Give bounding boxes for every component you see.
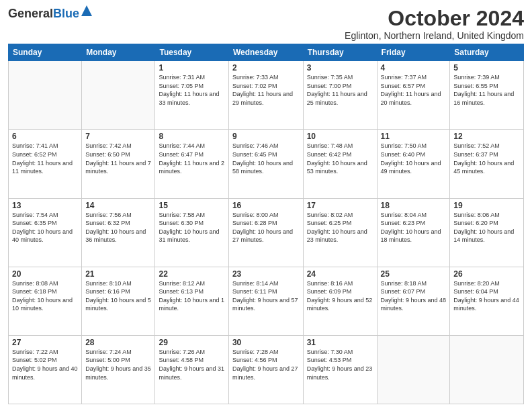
calendar-cell: 20Sunrise: 8:08 AM Sunset: 6:18 PM Dayli… xyxy=(9,267,82,335)
day-info: Sunrise: 7:35 AM Sunset: 7:00 PM Dayligh… xyxy=(307,73,373,107)
calendar-cell xyxy=(377,335,450,404)
calendar-cell: 8Sunrise: 7:44 AM Sunset: 6:47 PM Daylig… xyxy=(155,130,228,198)
calendar-cell: 25Sunrise: 8:18 AM Sunset: 6:07 PM Dayli… xyxy=(377,267,450,335)
calendar-cell: 29Sunrise: 7:26 AM Sunset: 4:58 PM Dayli… xyxy=(155,335,228,404)
calendar-cell: 12Sunrise: 7:52 AM Sunset: 6:37 PM Dayli… xyxy=(450,130,524,198)
calendar-week-row: 1Sunrise: 7:31 AM Sunset: 7:05 PM Daylig… xyxy=(9,61,524,130)
day-number: 26 xyxy=(453,269,520,279)
calendar-cell: 24Sunrise: 8:16 AM Sunset: 6:09 PM Dayli… xyxy=(303,267,377,335)
day-info: Sunrise: 7:30 AM Sunset: 4:53 PM Dayligh… xyxy=(307,348,373,381)
calendar-cell: 28Sunrise: 7:24 AM Sunset: 5:00 PM Dayli… xyxy=(82,335,155,404)
day-info: Sunrise: 8:04 AM Sunset: 6:23 PM Dayligh… xyxy=(381,211,447,244)
day-info: Sunrise: 8:16 AM Sunset: 6:09 PM Dayligh… xyxy=(307,279,373,313)
day-number: 16 xyxy=(232,201,300,210)
calendar-cell: 16Sunrise: 8:00 AM Sunset: 6:28 PM Dayli… xyxy=(228,198,303,267)
day-info: Sunrise: 8:18 AM Sunset: 6:07 PM Dayligh… xyxy=(381,279,447,313)
day-info: Sunrise: 7:37 AM Sunset: 6:57 PM Dayligh… xyxy=(381,73,447,107)
calendar-cell: 21Sunrise: 8:10 AM Sunset: 6:16 PM Dayli… xyxy=(82,267,155,335)
calendar-cell: 17Sunrise: 8:02 AM Sunset: 6:25 PM Dayli… xyxy=(303,198,377,267)
weekday-header-saturday: Saturday xyxy=(450,44,524,61)
day-info: Sunrise: 8:08 AM Sunset: 6:18 PM Dayligh… xyxy=(12,279,78,313)
day-info: Sunrise: 7:50 AM Sunset: 6:40 PM Dayligh… xyxy=(381,142,447,175)
day-number: 3 xyxy=(307,63,373,73)
day-number: 19 xyxy=(453,201,520,210)
day-info: Sunrise: 7:31 AM Sunset: 7:05 PM Dayligh… xyxy=(159,73,224,107)
calendar-cell: 27Sunrise: 7:22 AM Sunset: 5:02 PM Dayli… xyxy=(9,335,82,404)
day-number: 13 xyxy=(12,201,78,210)
logo-general-text: General xyxy=(8,7,53,21)
day-number: 17 xyxy=(307,201,373,210)
calendar-cell: 1Sunrise: 7:31 AM Sunset: 7:05 PM Daylig… xyxy=(155,61,228,130)
calendar-week-row: 20Sunrise: 8:08 AM Sunset: 6:18 PM Dayli… xyxy=(9,267,524,335)
calendar-cell: 18Sunrise: 8:04 AM Sunset: 6:23 PM Dayli… xyxy=(377,198,450,267)
day-number: 25 xyxy=(381,269,447,279)
calendar-cell: 15Sunrise: 7:58 AM Sunset: 6:30 PM Dayli… xyxy=(155,198,228,267)
day-number: 6 xyxy=(12,132,78,141)
day-info: Sunrise: 7:56 AM Sunset: 6:32 PM Dayligh… xyxy=(85,211,151,244)
day-number: 2 xyxy=(232,63,300,73)
weekday-header-monday: Monday xyxy=(82,44,155,61)
day-info: Sunrise: 7:48 AM Sunset: 6:42 PM Dayligh… xyxy=(307,142,373,175)
calendar-cell: 30Sunrise: 7:28 AM Sunset: 4:56 PM Dayli… xyxy=(228,335,303,404)
day-info: Sunrise: 8:02 AM Sunset: 6:25 PM Dayligh… xyxy=(307,211,373,244)
calendar-cell: 3Sunrise: 7:35 AM Sunset: 7:00 PM Daylig… xyxy=(303,61,377,130)
day-info: Sunrise: 8:10 AM Sunset: 6:16 PM Dayligh… xyxy=(85,279,151,313)
day-number: 8 xyxy=(159,132,224,141)
logo-blue-text: Blue xyxy=(53,7,79,21)
day-info: Sunrise: 7:44 AM Sunset: 6:47 PM Dayligh… xyxy=(159,142,224,175)
calendar-week-row: 6Sunrise: 7:41 AM Sunset: 6:52 PM Daylig… xyxy=(9,130,524,198)
day-number: 4 xyxy=(381,63,447,73)
weekday-header-sunday: Sunday xyxy=(9,44,82,61)
day-number: 20 xyxy=(12,269,78,279)
weekday-header-thursday: Thursday xyxy=(303,44,377,61)
calendar-cell: 10Sunrise: 7:48 AM Sunset: 6:42 PM Dayli… xyxy=(303,130,377,198)
day-number: 22 xyxy=(159,269,224,279)
calendar-cell xyxy=(82,61,155,130)
day-info: Sunrise: 7:41 AM Sunset: 6:52 PM Dayligh… xyxy=(12,142,78,175)
day-number: 14 xyxy=(85,201,151,210)
weekday-header-row: SundayMondayTuesdayWednesdayThursdayFrid… xyxy=(9,44,524,61)
calendar-page: General Blue October 2024 Eglinton, Nort… xyxy=(0,0,532,411)
day-info: Sunrise: 7:28 AM Sunset: 4:56 PM Dayligh… xyxy=(232,348,300,381)
day-number: 18 xyxy=(381,201,447,210)
day-number: 11 xyxy=(381,132,447,141)
calendar-cell: 26Sunrise: 8:20 AM Sunset: 6:04 PM Dayli… xyxy=(450,267,524,335)
day-number: 10 xyxy=(307,132,373,141)
calendar-cell: 23Sunrise: 8:14 AM Sunset: 6:11 PM Dayli… xyxy=(228,267,303,335)
day-number: 9 xyxy=(232,132,300,141)
title-area: October 2024 Eglinton, Northern Ireland,… xyxy=(345,7,524,41)
logo: General Blue xyxy=(8,7,92,21)
day-number: 23 xyxy=(232,269,300,279)
svg-marker-0 xyxy=(81,5,92,16)
calendar-cell: 31Sunrise: 7:30 AM Sunset: 4:53 PM Dayli… xyxy=(303,335,377,404)
logo-icon xyxy=(81,5,92,16)
weekday-header-friday: Friday xyxy=(377,44,450,61)
day-info: Sunrise: 7:24 AM Sunset: 5:00 PM Dayligh… xyxy=(85,348,151,381)
day-number: 30 xyxy=(232,338,300,347)
calendar-cell: 5Sunrise: 7:39 AM Sunset: 6:55 PM Daylig… xyxy=(450,61,524,130)
day-number: 21 xyxy=(85,269,151,279)
day-number: 15 xyxy=(159,201,224,210)
day-info: Sunrise: 7:26 AM Sunset: 4:58 PM Dayligh… xyxy=(159,348,224,381)
day-number: 27 xyxy=(12,338,78,347)
day-info: Sunrise: 7:33 AM Sunset: 7:02 PM Dayligh… xyxy=(232,73,300,107)
day-number: 5 xyxy=(453,63,520,73)
calendar-cell xyxy=(450,335,524,404)
calendar-cell: 14Sunrise: 7:56 AM Sunset: 6:32 PM Dayli… xyxy=(82,198,155,267)
day-info: Sunrise: 7:58 AM Sunset: 6:30 PM Dayligh… xyxy=(159,211,224,244)
day-info: Sunrise: 8:00 AM Sunset: 6:28 PM Dayligh… xyxy=(232,211,300,244)
month-title: October 2024 xyxy=(345,7,524,30)
header: General Blue October 2024 Eglinton, Nort… xyxy=(8,7,524,41)
calendar-cell xyxy=(9,61,82,130)
day-info: Sunrise: 7:54 AM Sunset: 6:35 PM Dayligh… xyxy=(12,211,78,244)
weekday-header-wednesday: Wednesday xyxy=(228,44,303,61)
calendar-cell: 11Sunrise: 7:50 AM Sunset: 6:40 PM Dayli… xyxy=(377,130,450,198)
day-info: Sunrise: 7:42 AM Sunset: 6:50 PM Dayligh… xyxy=(85,142,151,175)
day-info: Sunrise: 7:22 AM Sunset: 5:02 PM Dayligh… xyxy=(12,348,78,381)
calendar-cell: 13Sunrise: 7:54 AM Sunset: 6:35 PM Dayli… xyxy=(9,198,82,267)
day-info: Sunrise: 8:14 AM Sunset: 6:11 PM Dayligh… xyxy=(232,279,300,313)
day-number: 29 xyxy=(159,338,224,347)
day-number: 28 xyxy=(85,338,151,347)
day-number: 1 xyxy=(159,63,224,73)
calendar-cell: 2Sunrise: 7:33 AM Sunset: 7:02 PM Daylig… xyxy=(228,61,303,130)
